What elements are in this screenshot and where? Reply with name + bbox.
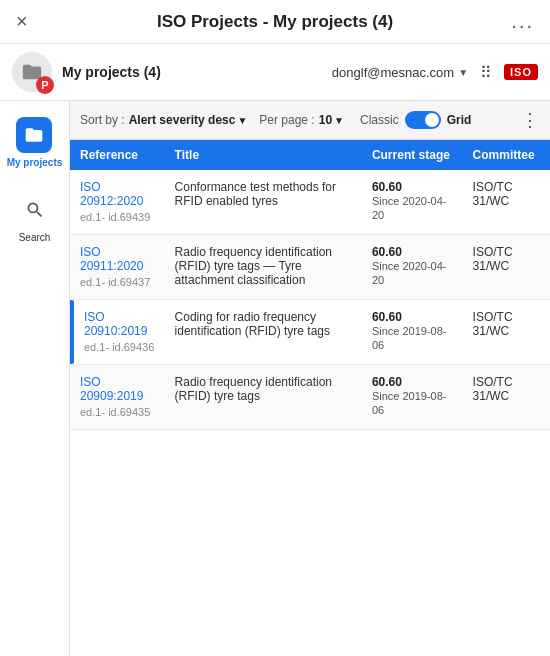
view-classic-label: Classic xyxy=(360,113,399,127)
view-grid-label: Grid xyxy=(447,113,472,127)
stage-date: Since 2019-08-06 xyxy=(372,390,447,416)
cell-stage: 60.60 Since 2019-08-06 xyxy=(362,300,463,365)
stage-code: 60.60 xyxy=(372,375,402,389)
table-container: Reference Title Current stage Committee … xyxy=(70,140,550,430)
sidebar: My projects Search xyxy=(0,101,70,656)
per-page-select[interactable]: 10 ▼ xyxy=(319,113,344,127)
projects-table: Reference Title Current stage Committee … xyxy=(70,140,550,430)
toggle-knob xyxy=(425,113,439,127)
per-page-label: Per page : xyxy=(259,113,314,127)
sort-value: Alert severity desc xyxy=(129,113,236,127)
content-area: My projects Search Sort by : Alert sever… xyxy=(0,101,550,656)
cell-reference: ISO 20909:2019 ed.1- id.69435 xyxy=(70,365,165,430)
close-button[interactable]: × xyxy=(16,10,44,33)
page-title: ISO Projects - My projects (4) xyxy=(44,12,506,32)
cell-title: Coding for radio frequency identificatio… xyxy=(165,300,362,365)
cell-committee: ISO/TC 31/WC xyxy=(463,300,550,365)
filter-bar: Sort by : Alert severity desc ▼ Per page… xyxy=(70,101,550,140)
cell-committee: ISO/TC 31/WC xyxy=(463,235,550,300)
table-row[interactable]: ISO 20911:2020 ed.1- id.69437 Radio freq… xyxy=(70,235,550,300)
stage-code: 60.60 xyxy=(372,245,402,259)
committee-text: ISO/TC 31/WC xyxy=(473,375,513,403)
reference-link[interactable]: ISO 20911:2020 xyxy=(80,245,155,273)
cell-stage: 60.60 Since 2019-08-06 xyxy=(362,365,463,430)
stage-date: Since 2020-04-20 xyxy=(372,260,447,286)
table-row[interactable]: ISO 20912:2020 ed.1- id.69439 Conformanc… xyxy=(70,170,550,235)
reference-id: ed.1- id.69439 xyxy=(80,211,150,223)
reference-link[interactable]: ISO 20909:2019 xyxy=(80,375,155,403)
header-row: P My projects (4) donglf@mesnac.com ▼ ⠿ … xyxy=(0,44,550,101)
table-row[interactable]: ISO 20910:2019 ed.1- id.69436 Coding for… xyxy=(70,300,550,365)
stage-code: 60.60 xyxy=(372,310,402,324)
grid-icon[interactable]: ⠿ xyxy=(480,63,492,82)
cell-reference: ISO 20911:2020 ed.1- id.69437 xyxy=(70,235,165,300)
cell-committee: ISO/TC 31/WC xyxy=(463,365,550,430)
view-toggle[interactable]: Classic Grid xyxy=(360,111,471,129)
cell-reference: ISO 20910:2019 ed.1- id.69436 xyxy=(70,300,165,365)
committee-text: ISO/TC 31/WC xyxy=(473,245,513,273)
per-page-chevron-icon: ▼ xyxy=(334,115,344,126)
sort-chevron-icon: ▼ xyxy=(237,115,247,126)
avatar-badge: P xyxy=(36,76,54,94)
col-reference: Reference xyxy=(70,140,165,170)
filter-more-button[interactable]: ⋮ xyxy=(521,109,540,131)
more-button[interactable]: ... xyxy=(506,10,534,33)
sidebar-item-my-projects[interactable]: My projects xyxy=(7,117,63,168)
toggle-switch[interactable] xyxy=(405,111,441,129)
iso-badge: ISO xyxy=(504,64,538,80)
sidebar-search-label: Search xyxy=(19,232,51,243)
reference-link[interactable]: ISO 20912:2020 xyxy=(80,180,155,208)
committee-text: ISO/TC 31/WC xyxy=(473,310,513,338)
cell-title: Conformance test methods for RFID enable… xyxy=(165,170,362,235)
sort-by-label: Sort by : xyxy=(80,113,125,127)
header-user[interactable]: donglf@mesnac.com ▼ xyxy=(332,65,468,80)
table-row[interactable]: ISO 20909:2019 ed.1- id.69435 Radio freq… xyxy=(70,365,550,430)
col-committee: Committee xyxy=(463,140,550,170)
top-bar: × ISO Projects - My projects (4) ... xyxy=(0,0,550,44)
reference-id: ed.1- id.69437 xyxy=(80,276,150,288)
cell-committee: ISO/TC 31/WC xyxy=(463,170,550,235)
sidebar-my-projects-label: My projects xyxy=(7,157,63,168)
table-header-row: Reference Title Current stage Committee xyxy=(70,140,550,170)
stage-code: 60.60 xyxy=(372,180,402,194)
search-icon xyxy=(17,192,53,228)
chevron-down-icon: ▼ xyxy=(458,67,468,78)
cell-title: Radio frequency identification (RFID) ty… xyxy=(165,365,362,430)
row-indicator xyxy=(70,300,74,364)
stage-date: Since 2019-08-06 xyxy=(372,325,447,351)
committee-text: ISO/TC 31/WC xyxy=(473,180,513,208)
sort-select[interactable]: Alert severity desc ▼ xyxy=(129,113,248,127)
per-page-value: 10 xyxy=(319,113,332,127)
user-email: donglf@mesnac.com xyxy=(332,65,454,80)
header-project-label: My projects (4) xyxy=(62,64,332,80)
cell-title: Radio frequency identification (RFID) ty… xyxy=(165,235,362,300)
cell-stage: 60.60 Since 2020-04-20 xyxy=(362,235,463,300)
avatar[interactable]: P xyxy=(12,52,52,92)
folder-icon xyxy=(16,117,52,153)
cell-stage: 60.60 Since 2020-04-20 xyxy=(362,170,463,235)
main-content: Sort by : Alert severity desc ▼ Per page… xyxy=(70,101,550,656)
cell-reference: ISO 20912:2020 ed.1- id.69439 xyxy=(70,170,165,235)
sidebar-item-search[interactable]: Search xyxy=(17,192,53,243)
reference-id: ed.1- id.69436 xyxy=(84,341,154,353)
reference-id: ed.1- id.69435 xyxy=(80,406,150,418)
stage-date: Since 2020-04-20 xyxy=(372,195,447,221)
col-current-stage: Current stage xyxy=(362,140,463,170)
reference-link[interactable]: ISO 20910:2019 xyxy=(84,310,155,338)
col-title: Title xyxy=(165,140,362,170)
